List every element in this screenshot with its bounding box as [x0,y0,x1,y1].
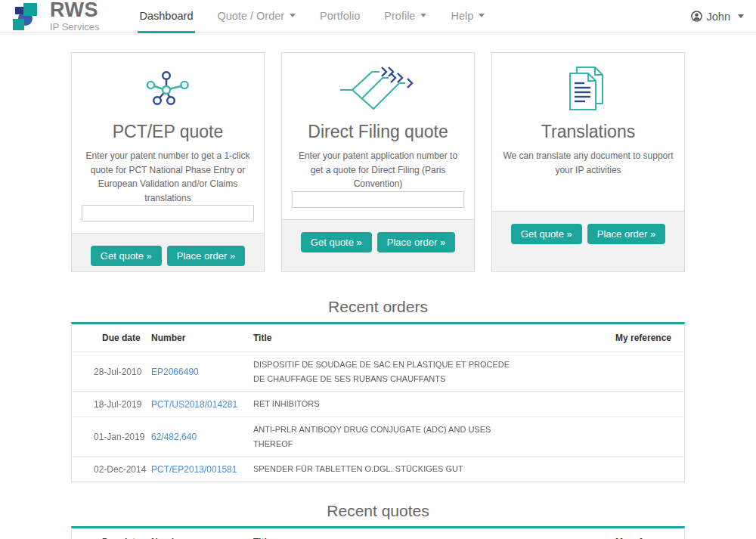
cell-title: ANTI-PRLR ANTIBODY DRUG CONJUGATE (ADC) … [253,417,593,457]
card-footer: Get quote » Place order » [72,233,264,271]
nav-item-quote-order[interactable]: Quote / Order [215,0,298,33]
logo-teal-square-small [13,19,24,30]
user-name: John [707,11,730,23]
cell-number: PCT/EP2013/001581 [151,457,253,482]
card-pct-ep-quote: PCT/EP quote Enter your patent number to… [71,52,265,272]
cell-title: RET INHIBITORS [253,392,593,417]
nav-label: Dashboard [140,10,194,22]
number-link[interactable]: EP2066490 [151,367,199,377]
user-icon [691,11,702,22]
card-input-wrap [292,191,464,208]
recent-quotes-heading: Recent quotes [71,502,685,520]
card-title: Translations [541,122,635,142]
card-translations: Translations We can translate any docume… [491,52,685,272]
number-link[interactable]: 62/482,640 [151,432,197,442]
nav-item-portfolio[interactable]: Portfolio [318,0,362,33]
main-nav: Dashboard Quote / Order Portfolio Profil… [138,0,507,33]
cell-title: DISPOSITIF DE SOUDAGE DE SAC EN PLASTIQU… [253,352,593,392]
column-header-title: Title [253,528,593,539]
get-quote-button[interactable]: Get quote » [91,246,162,266]
chevron-down-icon [290,14,296,17]
table-row: 18-Jul-2019PCT/US2018/014281RET INHIBITO… [72,392,684,417]
rws-logo-icon [8,2,42,32]
cell-text: 01-Jan-2019 [94,432,144,442]
place-order-button[interactable]: Place order » [587,224,665,244]
nav-item-dashboard[interactable]: Dashboard [138,0,196,33]
cell-text: 28-Jul-2010 [94,367,141,377]
recent-quotes-panel: Due date Number Title My reference 28-Ju… [71,526,685,539]
top-nav-bar: RWS IP Services Dashboard Quote / Order … [0,0,756,33]
place-order-button[interactable]: Place order » [377,232,455,252]
number-link[interactable]: PCT/EP2013/001581 [151,464,237,475]
column-header-due-date: Due date [72,528,151,539]
table-row: 28-Jul-2010EP2066490DISPOSITIF DE SOUDAG… [72,352,684,392]
cell-text: ANTI-PRLR ANTIBODY DRUG CONJUGATE (ADC) … [253,425,491,448]
cell-ref [593,417,684,457]
card-direct-filing-quote: Direct Filing quote Enter your patent ap… [281,52,475,272]
cell-text: RET INHIBITORS [253,399,320,408]
cell-ref [593,457,684,482]
card-footer: Get quote » Place order » [282,219,474,271]
cell-text: 18-Jul-2019 [94,399,141,410]
brand-text: RWS IP Services [50,0,100,33]
card-input-wrap [82,205,254,221]
cell-text: DISPOSITIF DE SOUDAGE DE SAC EN PLASTIQU… [253,360,510,383]
recent-orders-panel: Due date Number Title My reference 28-Ju… [71,322,685,482]
table-row: 02-Dec-2014PCT/EP2013/001581SPENDER FÜR … [72,457,684,482]
card-description: We can translate any document to support… [502,149,674,177]
table-header-row: Due date Number Title My reference [72,324,684,352]
get-quote-button[interactable]: Get quote » [511,224,582,244]
cell-title: SPENDER FÜR TABLETTEN O.DGL. STÜCKIGES G… [253,457,593,482]
recent-orders-table: Due date Number Title My reference 28-Ju… [72,324,684,482]
card-footer: Get quote » Place order » [492,211,684,271]
column-header-title: Title [253,324,593,352]
brand-logo[interactable]: RWS IP Services [8,0,100,33]
cell-ref [593,352,684,392]
card-body: PCT/EP quote Enter your patent number to… [72,53,264,233]
place-order-button[interactable]: Place order » [167,246,245,266]
card-title: PCT/EP quote [113,122,224,142]
cell-due: 28-Jul-2010 [72,352,151,392]
card-body: Translations We can translate any docume… [492,53,684,211]
card-title: Direct Filing quote [308,122,448,142]
nav-item-help[interactable]: Help [448,0,487,33]
cell-due: 02-Dec-2014 [72,457,151,482]
brand-subtitle: IP Services [50,21,100,33]
recent-orders-heading: Recent orders [71,298,685,316]
patent-number-input[interactable] [82,205,254,221]
logo-navy-square [15,7,23,14]
dashboard-content: PCT/EP quote Enter your patent number to… [71,52,685,539]
cell-due: 18-Jul-2019 [72,392,151,417]
card-body: Direct Filing quote Enter your patent ap… [282,53,474,219]
table-row: 01-Jan-201962/482,640ANTI-PRLR ANTIBODY … [72,417,684,457]
logo-teal-square-large [23,3,37,16]
chevron-down-icon [479,14,485,17]
recent-quotes-table: Due date Number Title My reference 28-Ju… [72,528,684,539]
network-nodes-icon [146,65,190,112]
chevron-down-icon [420,14,426,17]
number-link[interactable]: PCT/US2018/014281 [151,399,237,410]
nav-item-profile[interactable]: Profile [382,0,429,33]
nav-label: Quote / Order [217,10,284,22]
card-description: Enter your patent application number to … [292,149,464,191]
cell-text: 02-Dec-2014 [94,464,146,475]
cell-number: 62/482,640 [151,417,253,457]
column-header-my-reference: My reference [593,324,684,352]
column-header-number: Number [151,528,253,539]
table-header-row: Due date Number Title My reference [72,528,684,539]
column-header-my-reference: My reference [593,528,684,539]
user-menu[interactable]: John [691,0,744,33]
application-number-input[interactable] [292,191,464,208]
cell-number: EP2066490 [151,352,253,392]
column-header-number: Number [151,324,253,352]
cell-ref [593,392,684,417]
documents-icon [567,65,609,112]
branching-arrows-icon [339,65,417,112]
chevron-down-icon [738,14,744,18]
brand-name: RWS [50,0,100,20]
nav-label: Profile [384,10,415,22]
column-header-due-date: Due date [72,324,151,352]
get-quote-button[interactable]: Get quote » [301,232,372,252]
cell-due: 01-Jan-2019 [72,417,151,457]
nav-label: Help [451,10,473,22]
